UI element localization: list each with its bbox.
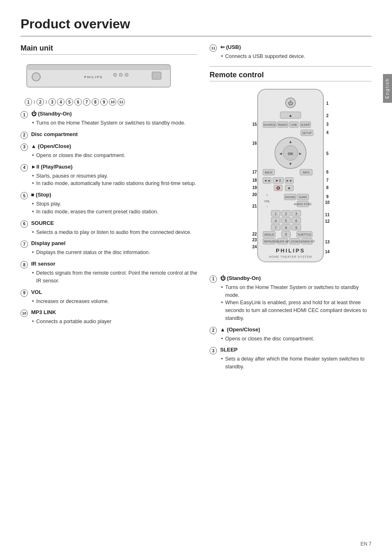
feature-bullet-11-1: Connects a USB supported device.: [221, 53, 371, 60]
remote-feature-label-2: ▲ (Open/Close): [219, 326, 260, 333]
svg-text:17: 17: [252, 170, 257, 174]
svg-text:◄◄: ◄◄: [264, 179, 270, 183]
feature-num-10: 10: [21, 310, 28, 317]
svg-text:22: 22: [252, 232, 257, 236]
feature-label-6: SOURCE: [30, 220, 54, 226]
feature-label-11: ⇐ (USB): [219, 44, 241, 50]
svg-text:24: 24: [252, 245, 257, 249]
feature-bullet-7-1: Displays the current status or the disc …: [32, 249, 197, 257]
feature-label-4: ►II (Play/Pause): [30, 164, 73, 170]
unit-num-8: 8: [92, 98, 99, 106]
feature-label-10: MP3 LINK: [30, 309, 56, 315]
unit-number-row: 1 ) 2 ) 3 4 5 6 7 8 9 10 11: [25, 98, 197, 106]
remote-feature-item-1: 1 ⏻ (Standby-On) Turns on the Home Theat…: [210, 275, 371, 322]
unit-num-7: 7: [83, 98, 90, 106]
feature-num-5: 5: [21, 192, 28, 199]
svg-text:7: 7: [274, 226, 277, 230]
main-unit-feature-list: 1 ⏻ (Standby-On) Turns on the Home Theat…: [21, 111, 197, 326]
unit-num-1: 1: [25, 98, 32, 106]
svg-text:4: 4: [326, 130, 329, 135]
svg-text:OK: OK: [288, 152, 293, 156]
svg-text:ZOOM: ZOOM: [291, 240, 299, 243]
svg-point-5: [113, 73, 117, 76]
page-title: Product overview: [21, 16, 371, 37]
feature-bullet-9-1: Increases or decreases volume.: [32, 298, 197, 305]
unit-num-2: 2: [37, 98, 44, 106]
svg-text:RADIO: RADIO: [278, 123, 288, 126]
feature-label-5: ■ (Stop): [30, 192, 51, 198]
remote-svg: ⏻ ▲ SOURCE RADIO USB SLEEP: [243, 87, 338, 268]
svg-text:1: 1: [326, 101, 329, 106]
unit-num-11: 11: [118, 98, 125, 106]
feature-num-11: 11: [210, 44, 217, 52]
remote-bullet-2-1: Opens or closes the disc compartment.: [221, 335, 371, 343]
svg-text:CREATE MP3: CREATE MP3: [274, 240, 291, 243]
svg-point-3: [32, 73, 40, 81]
svg-text:◄: ◄: [279, 151, 283, 156]
svg-text:►: ►: [298, 151, 302, 156]
feature-num-3: 3: [21, 143, 28, 151]
remote-control-title: Remote control: [210, 71, 371, 81]
feature-item-1: 1 ⏻ (Standby-On) Turns on the Home Theat…: [21, 111, 197, 127]
unit-num-4: 4: [57, 98, 65, 106]
feature-item-8: 8 IR sensor Detects signals from the rem…: [21, 261, 197, 285]
svg-text:12: 12: [325, 219, 330, 224]
feature-item-11: 11 ⇐ (USB) Connects a USB supported devi…: [210, 44, 371, 60]
feature-item-4: 4 ►II (Play/Pause) Starts, pauses or res…: [21, 164, 197, 188]
svg-text:SLEEP: SLEEP: [301, 123, 310, 126]
unit-num-10: 10: [109, 98, 116, 106]
remote-feature-item-3: 3 SLEEP Sets a delay after which the hom…: [210, 347, 371, 371]
svg-text:▲: ▲: [288, 139, 293, 144]
feature-num-6: 6: [21, 220, 28, 228]
svg-text:11: 11: [325, 213, 330, 217]
feature-item-5: 5 ■ (Stop) Stops play. In radio mode, er…: [21, 192, 197, 216]
feature-num-1: 1: [21, 111, 28, 118]
svg-text:7: 7: [326, 178, 329, 183]
svg-text:21: 21: [252, 204, 257, 208]
svg-text:ANGLE: ANGLE: [264, 233, 274, 236]
unit-num-5: 5: [66, 98, 73, 106]
feature-item-9: 9 VOL Increases or decreases volume.: [21, 289, 197, 305]
feature-label-9: VOL: [30, 289, 42, 295]
remote-bullet-3-1: Sets a delay after which the home theate…: [221, 355, 371, 371]
main-unit-title: Main unit: [21, 44, 197, 55]
svg-rect-2: [27, 67, 171, 69]
svg-text:23: 23: [252, 238, 257, 242]
feature-item-7: 7 Display panel Displays the current sta…: [21, 240, 197, 257]
unit-num-3: 3: [48, 98, 56, 106]
feature-label-7: Display panel: [30, 240, 65, 246]
svg-text:16: 16: [252, 141, 257, 146]
svg-text:PHILIPS: PHILIPS: [84, 75, 103, 79]
page: English Product overview Main unit PHILI…: [0, 0, 392, 555]
feature-bullet-6-1: Selects a media to play or listen to aud…: [32, 229, 197, 236]
svg-text:8: 8: [326, 185, 329, 190]
remote-feature-label-1: ⏻ (Standby-On): [219, 275, 261, 281]
svg-text:►►: ►►: [286, 179, 293, 183]
feature-item-10: 10 MP3 LINK Connects a portable audio pl…: [21, 309, 197, 326]
feature-item-6: 6 SOURCE Selects a media to play or list…: [21, 220, 197, 236]
unit-num-6: 6: [74, 98, 82, 106]
svg-text:18: 18: [252, 178, 257, 183]
remote-feature-num-3: 3: [210, 347, 217, 354]
svg-text:6: 6: [326, 170, 329, 174]
remote-feature-list: 1 ⏻ (Standby-On) Turns on the Home Theat…: [210, 275, 371, 371]
feature-bullet-8-1: Detects signals from the remote control.…: [32, 269, 197, 285]
svg-text:9: 9: [326, 194, 329, 199]
main-unit-svg: PHILIPS: [21, 60, 177, 95]
side-tab: English: [383, 74, 392, 103]
page-footer: EN 7: [360, 541, 371, 547]
svg-text:SOUND: SOUND: [285, 196, 295, 199]
feature-num-9: 9: [21, 289, 28, 297]
svg-text:3: 3: [295, 212, 297, 216]
svg-text:BACK: BACK: [265, 171, 272, 174]
remote-bullet-1-1: Turns on the Home Theater System or swit…: [221, 284, 371, 299]
svg-text:REPEAT: REPEAT: [264, 240, 274, 243]
svg-text:4: 4: [274, 219, 277, 223]
remote-feature-num-1: 1: [210, 275, 217, 283]
feature-num-7: 7: [21, 240, 28, 248]
svg-text:SURR: SURR: [299, 196, 307, 199]
svg-text:▲: ▲: [288, 113, 293, 118]
remote-wrapper: ⏻ ▲ SOURCE RADIO USB SLEEP: [243, 87, 338, 269]
feature-item-2: 2 Disc compartment: [21, 131, 197, 139]
feature-bullet-3-1: Opens or closes the disc compartment.: [32, 152, 197, 160]
